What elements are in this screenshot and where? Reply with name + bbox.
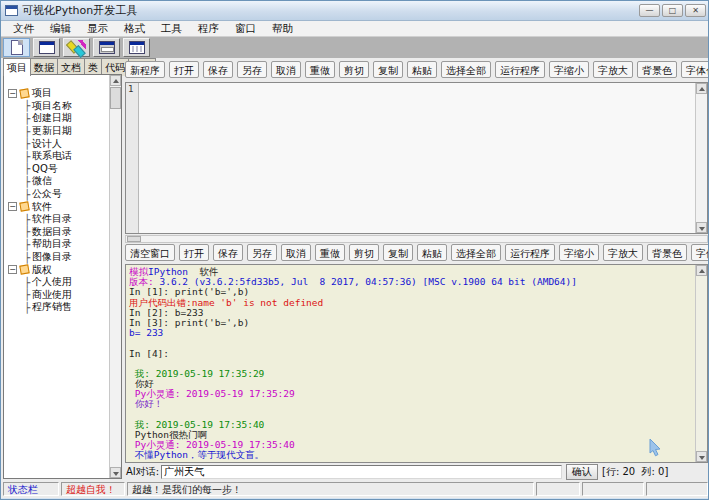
editor-toolbar-button-复制[interactable]: 复制 bbox=[373, 61, 403, 78]
scroll-down-icon[interactable] bbox=[110, 467, 121, 478]
editor-toolbar-button-选择全部[interactable]: 选择全部 bbox=[441, 61, 491, 78]
editor-toolbar-button-打开[interactable]: 打开 bbox=[169, 61, 199, 78]
toolbar-button-grid-window-icon[interactable] bbox=[123, 38, 150, 57]
console-toolbar-button-清空窗口[interactable]: 清空窗口 bbox=[125, 244, 175, 261]
tree-leaf-label: 程序销售 bbox=[32, 300, 72, 314]
collapse-icon[interactable]: − bbox=[8, 202, 17, 211]
console-toolbar-button-另存[interactable]: 另存 bbox=[247, 244, 277, 261]
tree-leaf[interactable]: ├创建日期 bbox=[4, 112, 109, 125]
toolbar-button-console-window-icon[interactable] bbox=[93, 38, 120, 57]
tree-leaf[interactable]: ├微信 bbox=[4, 175, 109, 188]
menu-item-程序[interactable]: 程序 bbox=[190, 22, 227, 36]
code-editor[interactable]: 1 bbox=[125, 82, 708, 234]
console-toolbar-button-字体色[interactable]: 字体色 bbox=[691, 244, 709, 261]
console-toolbar-button-打开[interactable]: 打开 bbox=[179, 244, 209, 261]
editor-toolbar-button-重做[interactable]: 重做 bbox=[305, 61, 335, 78]
tree-leaf[interactable]: ├帮助目录 bbox=[4, 238, 109, 251]
console-toolbar-button-字缩小[interactable]: 字缩小 bbox=[559, 244, 599, 261]
main-toolbar bbox=[1, 37, 709, 58]
console-toolbar-button-粘贴[interactable]: 粘贴 bbox=[417, 244, 447, 261]
editor-toolbar: 新程序打开保存另存取消重做剪切复制粘贴选择全部运行程序字缩小字放大背景色字体色 bbox=[125, 61, 709, 78]
scroll-up-icon[interactable] bbox=[696, 265, 707, 276]
console-output: 模拟IPython 软件版本: 3.6.2 (v3.6.2:5fd33b5, J… bbox=[126, 265, 695, 462]
editor-hscrollbar[interactable] bbox=[125, 235, 708, 243]
editor-scrollbar[interactable] bbox=[695, 83, 707, 233]
tree-branch-icon: ├ bbox=[24, 226, 30, 237]
scroll-up-icon[interactable] bbox=[110, 75, 121, 86]
tree-leaf[interactable]: ├软件目录 bbox=[4, 213, 109, 226]
tree-leaf[interactable]: ├公众号 bbox=[4, 188, 109, 201]
scroll-thumb[interactable] bbox=[110, 87, 121, 109]
menu-item-窗口[interactable]: 窗口 bbox=[227, 22, 264, 36]
console-toolbar-button-背景色[interactable]: 背景色 bbox=[647, 244, 687, 261]
scroll-thumb[interactable] bbox=[127, 236, 141, 242]
editor-toolbar-button-粘贴[interactable]: 粘贴 bbox=[407, 61, 437, 78]
scroll-down-icon[interactable] bbox=[696, 222, 707, 233]
tree-node[interactable]: −软件 bbox=[4, 200, 109, 213]
scroll-up-icon[interactable] bbox=[696, 83, 707, 94]
tree-branch-icon: ├ bbox=[24, 126, 30, 137]
menu-item-格式[interactable]: 格式 bbox=[116, 22, 153, 36]
collapse-icon[interactable]: − bbox=[8, 265, 17, 274]
tree-leaf[interactable]: ├QQ号 bbox=[4, 163, 109, 176]
title-bar: 可视化Python开发工具 — □ ✕ bbox=[1, 1, 709, 21]
tree-node[interactable]: −版权 bbox=[4, 263, 109, 276]
console-toolbar-button-字放大[interactable]: 字放大 bbox=[603, 244, 643, 261]
console-toolbar-button-剪切[interactable]: 剪切 bbox=[349, 244, 379, 261]
maximize-icon[interactable]: □ bbox=[662, 4, 683, 17]
editor-toolbar-button-新程序[interactable]: 新程序 bbox=[125, 61, 165, 78]
tree-scrollbar[interactable] bbox=[109, 75, 121, 478]
status-cell bbox=[582, 482, 644, 496]
tree-leaf[interactable]: ├设计人 bbox=[4, 137, 109, 150]
editor-text-area[interactable] bbox=[139, 83, 695, 233]
tree-leaf[interactable]: ├数据目录 bbox=[4, 226, 109, 239]
console-panel[interactable]: 模拟IPython 软件版本: 3.6.2 (v3.6.2:5fd33b5, J… bbox=[125, 264, 708, 463]
console-toolbar-button-运行程序[interactable]: 运行程序 bbox=[505, 244, 555, 261]
menu-item-编辑[interactable]: 编辑 bbox=[42, 22, 79, 36]
close-icon[interactable]: ✕ bbox=[685, 4, 706, 17]
tree-leaf[interactable]: ├个人使用 bbox=[4, 276, 109, 289]
tree-branch-icon: ├ bbox=[24, 176, 30, 187]
menu-item-帮助[interactable]: 帮助 bbox=[264, 22, 301, 36]
tree-leaf[interactable]: ├图像目录 bbox=[4, 251, 109, 264]
editor-toolbar-button-运行程序[interactable]: 运行程序 bbox=[495, 61, 545, 78]
editor-toolbar-button-字缩小[interactable]: 字缩小 bbox=[549, 61, 589, 78]
tree-branch-icon: ├ bbox=[24, 277, 30, 288]
editor-toolbar-button-保存[interactable]: 保存 bbox=[203, 61, 233, 78]
confirm-button[interactable]: 确认 bbox=[566, 464, 598, 480]
console-line: 我: 2019-05-19 17:35:40 bbox=[129, 420, 695, 430]
toolbar-button-format-colors-icon[interactable] bbox=[63, 38, 90, 57]
toolbar-button-new-window-icon[interactable] bbox=[33, 38, 60, 57]
tree-leaf[interactable]: ├程序销售 bbox=[4, 301, 109, 314]
console-toolbar-button-选择全部[interactable]: 选择全部 bbox=[451, 244, 501, 261]
tree-leaf[interactable]: ├更新日期 bbox=[4, 125, 109, 138]
tree-node[interactable]: −项目 bbox=[4, 87, 109, 100]
console-toolbar-button-重做[interactable]: 重做 bbox=[315, 244, 345, 261]
editor-toolbar-button-取消[interactable]: 取消 bbox=[271, 61, 301, 78]
editor-toolbar-button-背景色[interactable]: 背景色 bbox=[637, 61, 677, 78]
console-scrollbar[interactable] bbox=[695, 265, 707, 462]
editor-toolbar-button-剪切[interactable]: 剪切 bbox=[339, 61, 369, 78]
ai-chat-input[interactable] bbox=[161, 465, 562, 479]
tree-leaf[interactable]: ├项目名称 bbox=[4, 100, 109, 113]
tree-leaf[interactable]: ├商业使用 bbox=[4, 289, 109, 302]
menu-item-工具[interactable]: 工具 bbox=[153, 22, 190, 36]
console-toolbar-button-复制[interactable]: 复制 bbox=[383, 244, 413, 261]
minimize-icon[interactable]: — bbox=[639, 4, 660, 17]
console-toolbar-button-保存[interactable]: 保存 bbox=[213, 244, 243, 261]
console-text-segment: b= 233 bbox=[129, 327, 163, 338]
editor-toolbar-button-字放大[interactable]: 字放大 bbox=[593, 61, 633, 78]
tree-leaf[interactable]: ├联系电话 bbox=[4, 150, 109, 163]
editor-toolbar-button-另存[interactable]: 另存 bbox=[237, 61, 267, 78]
menu-item-文件[interactable]: 文件 bbox=[5, 22, 42, 36]
menu-bar: 文件编辑显示格式工具程序窗口帮助 bbox=[1, 21, 709, 37]
project-tree-panel: −项目├项目名称├创建日期├更新日期├设计人├联系电话├QQ号├微信├公众号−软… bbox=[3, 74, 122, 479]
collapse-icon[interactable]: − bbox=[8, 89, 17, 98]
menu-item-显示[interactable]: 显示 bbox=[79, 22, 116, 36]
editor-toolbar-button-字体色[interactable]: 字体色 bbox=[681, 61, 709, 78]
tab-项目[interactable]: 项目 bbox=[3, 58, 31, 76]
scroll-down-icon[interactable] bbox=[696, 451, 707, 462]
console-toolbar-button-取消[interactable]: 取消 bbox=[281, 244, 311, 261]
toolbar-button-new-file-icon[interactable] bbox=[3, 38, 30, 57]
console-line: b= 233 bbox=[129, 328, 695, 338]
